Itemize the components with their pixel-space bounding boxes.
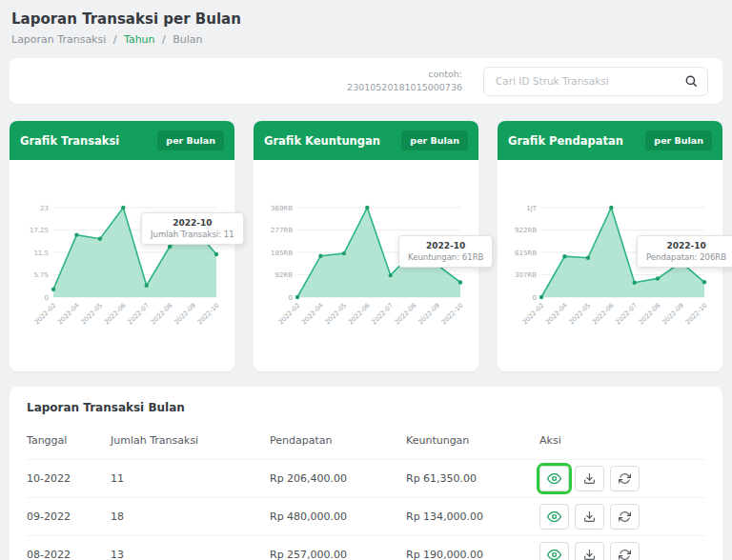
breadcrumb-tahun[interactable]: Tahun — [124, 33, 155, 46]
svg-text:2022-07: 2022-07 — [370, 302, 395, 327]
refresh-button[interactable] — [610, 466, 640, 491]
eye-icon — [547, 510, 561, 524]
column-keuntungan: Keuntungan — [406, 429, 539, 460]
svg-text:2022-05: 2022-05 — [568, 302, 593, 327]
search-card: contoh: 23010520181015000736 — [10, 58, 722, 104]
tooltip-title: 2022-10 — [408, 241, 483, 250]
svg-text:2022-06: 2022-06 — [347, 302, 372, 327]
transaction-search-input[interactable] — [483, 67, 708, 96]
download-icon — [583, 549, 596, 560]
refresh-button[interactable] — [610, 504, 640, 530]
search-button[interactable] — [677, 70, 705, 93]
download-button[interactable] — [575, 542, 604, 560]
laporan-page: Laporan Transaksi per Bulan Laporan Tran… — [0, 0, 732, 560]
cell-jumlah-transaksi: 11 — [111, 460, 270, 498]
svg-text:2022-09: 2022-09 — [417, 302, 441, 327]
chart-card-keuntungan: Grafik Keuntungan per Bulan 369RB277RB18… — [254, 121, 478, 371]
view-button[interactable] — [539, 504, 569, 530]
chart-header: Grafik Keuntungan per Bulan — [254, 121, 478, 160]
download-icon — [583, 472, 596, 485]
cell-tanggal: 09-2022 — [27, 498, 111, 536]
column-aksi: Aksi — [539, 429, 705, 460]
svg-text:2022-10: 2022-10 — [440, 302, 465, 327]
column-jumlah-transaksi: Jumlah Transaksi — [111, 429, 270, 460]
svg-text:2022-02: 2022-02 — [33, 302, 58, 327]
svg-text:2022-05: 2022-05 — [80, 302, 105, 327]
eye-icon — [547, 548, 561, 560]
cell-jumlah-transaksi: 18 — [111, 498, 270, 536]
search-example-value: 23010520181015000736 — [347, 81, 462, 94]
column-tanggal: Tanggal — [27, 429, 111, 460]
table-header-row: Tanggal Jumlah Transaksi Pendapatan Keun… — [27, 429, 705, 460]
svg-text:185RB: 185RB — [271, 250, 293, 257]
chart-tooltip: 2022-10 Jumlah Transaksi: 11 — [141, 212, 244, 245]
chart-header: Grafik Transaksi per Bulan — [10, 121, 234, 160]
per-bulan-badge[interactable]: per Bulan — [645, 130, 712, 150]
search-example: contoh: 23010520181015000736 — [347, 68, 462, 94]
svg-text:615RB: 615RB — [515, 250, 537, 257]
svg-text:922RB: 922RB — [515, 227, 537, 234]
view-button[interactable] — [539, 466, 569, 491]
svg-text:2022-08: 2022-08 — [638, 302, 662, 327]
table-row: 10-2022 11 Rp 206,400.00 Rp 61,350.00 — [27, 460, 705, 498]
per-bulan-badge[interactable]: per Bulan — [157, 130, 224, 150]
svg-text:2022-02: 2022-02 — [277, 302, 302, 327]
search-box — [483, 67, 708, 96]
svg-text:2022-05: 2022-05 — [324, 302, 349, 327]
chart-card-transaksi: Grafik Transaksi per Bulan 2317.2511.55.… — [10, 121, 234, 371]
svg-text:2022-08: 2022-08 — [394, 302, 418, 327]
chart-card-pendapatan: Grafik Pendapatan per Bulan 1JT922RB615R… — [498, 121, 722, 371]
tooltip-text: Keuntungan: 61RB — [408, 252, 483, 262]
breadcrumb-separator: / — [113, 33, 117, 46]
search-icon — [684, 74, 698, 88]
cell-pendapatan: Rp 257,000.00 — [270, 536, 406, 560]
svg-text:2022-07: 2022-07 — [614, 302, 639, 327]
svg-text:277RB: 277RB — [271, 227, 293, 234]
chart-title: Grafik Transaksi — [20, 134, 119, 148]
refresh-icon — [619, 472, 631, 485]
eye-icon — [547, 471, 561, 486]
tooltip-title: 2022-10 — [646, 241, 726, 250]
svg-text:0: 0 — [533, 294, 537, 302]
svg-text:2022-06: 2022-06 — [103, 302, 128, 327]
tooltip-text: Jumlah Transaksi: 11 — [151, 230, 234, 239]
chart-tooltip: 2022-10 Pendapatan: 206RB — [637, 235, 732, 268]
cell-keuntungan: Rp 190,000.00 — [406, 536, 539, 560]
svg-text:369RB: 369RB — [271, 205, 293, 212]
page-title: Laporan Transaksi per Bulan — [11, 10, 721, 28]
charts-row: Grafik Transaksi per Bulan 2317.2511.55.… — [10, 121, 722, 371]
svg-text:2022-10: 2022-10 — [684, 302, 709, 327]
breadcrumb: Laporan Transaksi / Tahun / Bulan — [11, 33, 722, 46]
view-button[interactable] — [539, 542, 569, 560]
svg-text:0: 0 — [289, 294, 293, 302]
svg-text:2022-08: 2022-08 — [150, 302, 174, 327]
download-button[interactable] — [575, 504, 604, 530]
refresh-button[interactable] — [610, 542, 640, 560]
svg-text:2022-07: 2022-07 — [126, 302, 151, 327]
table-row: 09-2022 18 Rp 480,000.00 Rp 134,000.00 — [27, 498, 705, 536]
table-title: Laporan Transaksi Bulan — [27, 401, 705, 414]
cell-jumlah-transaksi: 13 — [111, 536, 270, 560]
svg-text:2022-04: 2022-04 — [300, 302, 325, 327]
breadcrumb-separator: / — [162, 33, 166, 46]
tooltip-title: 2022-10 — [151, 218, 234, 228]
refresh-icon — [619, 510, 631, 523]
svg-text:23: 23 — [40, 205, 49, 212]
chart-header: Grafik Pendapatan per Bulan — [498, 121, 722, 160]
cell-keuntungan: Rp 61,350.00 — [406, 460, 539, 498]
tooltip-text: Pendapatan: 206RB — [646, 252, 726, 262]
cell-keuntungan: Rp 134,000.00 — [406, 498, 539, 536]
column-pendapatan: Pendapatan — [270, 429, 406, 460]
svg-text:5.75: 5.75 — [33, 271, 49, 279]
cell-tanggal: 08-2022 — [27, 536, 111, 560]
chart-title: Grafik Pendapatan — [508, 134, 623, 148]
report-table-card: Laporan Transaksi Bulan Tanggal Jumlah T… — [10, 387, 722, 560]
chart-body: 2317.2511.55.7502022-022022-042022-05202… — [10, 160, 234, 371]
cell-pendapatan: Rp 206,400.00 — [270, 460, 406, 498]
per-bulan-badge[interactable]: per Bulan — [401, 130, 468, 150]
breadcrumb-bulan[interactable]: Bulan — [173, 33, 202, 46]
download-button[interactable] — [575, 466, 604, 491]
breadcrumb-laporan-transaksi[interactable]: Laporan Transaksi — [11, 33, 106, 46]
download-icon — [583, 510, 596, 523]
svg-text:1JT: 1JT — [526, 205, 538, 212]
